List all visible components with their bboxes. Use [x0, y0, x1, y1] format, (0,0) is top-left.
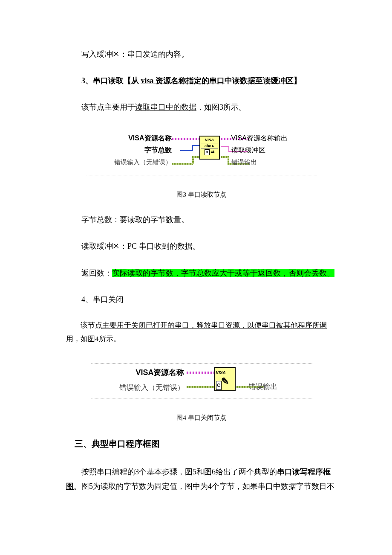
- block-text: VISA: [200, 137, 219, 142]
- text: 图5和图6给出了: [185, 468, 239, 476]
- highlighted-text: 实际读取的字节数，字节总数应大于或等于返回数，否则会丢数。: [112, 269, 334, 277]
- text: 。图5为读取的字节数为固定值，图中为4个字节，如果串口中数据字节数目不: [74, 482, 334, 491]
- paragraph-write-buffer: 写入缓冲区：串口发送的内容。: [66, 47, 337, 61]
- paragraph-read-buffer: 读取缓冲区：PC 串口收到的数据。: [66, 239, 337, 253]
- label-read-buffer: 读取缓冲区: [231, 144, 288, 156]
- figure-4-diagram: VISA资源名称 错误输入（无错误） VISA ✎ C 错误输出: [91, 363, 312, 398]
- document-page: 写入缓冲区：串口发送的内容。 3、串口读取【从 visa 资源名称指定的串口中读…: [0, 0, 392, 540]
- label-visa-resource-name: VISA资源名称: [114, 132, 172, 144]
- fig4-left-labels: VISA资源名称 错误输入（无错误）: [119, 365, 184, 395]
- block-text: R ⮂: [200, 149, 219, 155]
- fig3-right-labels: VISA资源名称输出 读取缓冲区 错误输出: [231, 132, 288, 168]
- r-symbol-icon: R: [205, 149, 210, 155]
- paragraph-byte-count: 字节总数：要读取的字节数量。: [66, 212, 337, 227]
- block-text: abc ▸: [201, 143, 218, 149]
- label-visa-resource-name: VISA资源名称: [119, 365, 184, 380]
- wire-icon: [180, 150, 193, 151]
- text: 该节点主要用于: [81, 103, 135, 111]
- text: ，如图4所示。: [73, 335, 121, 343]
- wire-icon: [192, 156, 199, 158]
- block-text: VISA: [216, 369, 234, 377]
- text: 该节点: [81, 321, 102, 329]
- visa-read-block-icon: VISA abc ▸ R ⮂: [199, 136, 220, 160]
- wire-icon: [172, 163, 193, 165]
- figure-3-diagram: VISA资源名称 字节总数 错误输入（无错误） VISA abc ▸ R ⮂: [86, 132, 317, 175]
- c-symbol-icon: C: [216, 381, 222, 390]
- label-byte-count: 字节总数: [114, 144, 172, 156]
- visa-close-block-icon: VISA ✎ C: [214, 367, 236, 391]
- underline-text: visa 资源名称指定的串口: [141, 76, 225, 85]
- underline-text: 两个典型的: [239, 468, 277, 476]
- figure-4-caption: 图4 串口关闭节点: [66, 412, 337, 424]
- text: 3、串口读取【从: [81, 76, 141, 85]
- figure-4: VISA资源名称 错误输入（无错误） VISA ✎ C 错误输出: [66, 363, 337, 403]
- figure-3: VISA资源名称 字节总数 错误输入（无错误） VISA abc ▸ R ⮂: [66, 132, 337, 180]
- wire-icon: [192, 145, 199, 146]
- wire-icon: [187, 372, 214, 374]
- wire-icon: [228, 146, 229, 151]
- section-4-title: 4、串口关闭: [66, 292, 337, 307]
- heading-section-3: 三、典型串口程序框图: [66, 436, 337, 452]
- underline-text: 读缓冲区: [263, 76, 294, 85]
- section-3-title: 3、串口读取【从 visa 资源名称指定的串口中读数据至读缓冲区】: [66, 73, 337, 88]
- wire-icon: [172, 138, 199, 140]
- text: 】: [294, 76, 301, 85]
- paragraph-typical-diagram: 按照串口编程的3个基本步骤，图5和图6给出了两个典型的串口读写程序框图。图5为读…: [66, 465, 337, 494]
- wire-icon: [221, 146, 229, 147]
- paragraph-close-node-desc: 该节点主要用于关闭已打开的串口，释放串口资源，以便串口被其他程序所调用，如图4所…: [66, 319, 337, 346]
- paragraph-return-count: 返回数：实际读取的字节数，字节总数应大于或等于返回数，否则会丢数。: [66, 266, 337, 280]
- label-error-out: 错误输出: [248, 380, 277, 394]
- text: 返回数：: [81, 269, 112, 277]
- paragraph-read-node-desc: 该节点主要用于读取串口中的数据，如图3所示。: [66, 100, 337, 114]
- figure-3-caption: 图3 串口读取节点: [66, 189, 337, 201]
- underline-text: 按照串口编程的3个基本步骤，: [81, 468, 185, 476]
- text: 中读数据至: [225, 76, 263, 85]
- fig3-left-labels: VISA资源名称 字节总数 错误输入（无错误）: [114, 132, 172, 168]
- text: ，如图3所示。: [196, 103, 246, 111]
- label-visa-resource-out: VISA资源名称输出: [231, 132, 288, 144]
- label-error-out: 错误输出: [231, 156, 288, 168]
- wire-icon: [187, 386, 214, 388]
- label-error-in: 错误输入（无错误）: [114, 156, 172, 168]
- underline-text: 读取串口中的数据: [135, 103, 196, 111]
- label-error-in: 错误输入（无错误）: [119, 380, 184, 395]
- wire-icon: [192, 145, 193, 151]
